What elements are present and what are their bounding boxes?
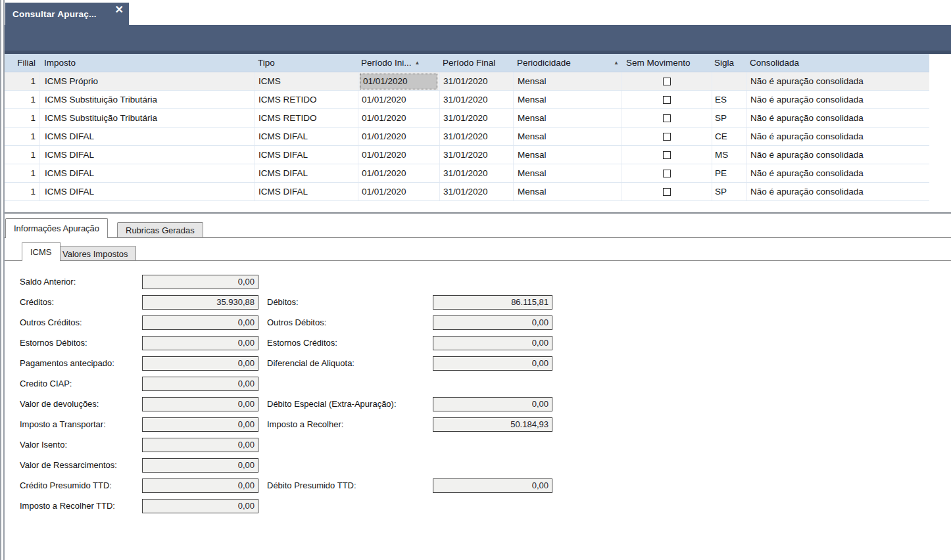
column-header-sigla[interactable]: Sigla (712, 54, 746, 72)
cell-periodicidade[interactable]: Mensal (513, 146, 622, 164)
cell-sem-movimento[interactable] (622, 91, 712, 108)
cell-consolidada[interactable]: Não é apuração consolidada (746, 91, 929, 108)
cell-periodo-ini[interactable]: 01/01/2020 (358, 146, 439, 164)
column-header-periodicidade[interactable]: Periodicidade ▲ (513, 54, 622, 72)
cell-periodo-ini[interactable]: 01/01/2020 (358, 91, 439, 108)
column-header-consolidada[interactable]: Consolidada (746, 54, 929, 72)
cell-sigla[interactable]: CE (712, 128, 746, 145)
column-header-imposto[interactable]: Imposto (39, 54, 254, 72)
cell-periodo-final[interactable]: 31/01/2020 (439, 128, 513, 145)
table-row[interactable]: 1 ICMS Substituição Tributária ICMS RETI… (5, 91, 929, 109)
cell-sigla[interactable]: SP (712, 183, 746, 200)
cell-imposto[interactable]: ICMS Substituição Tributária (39, 109, 254, 127)
selected-cell[interactable]: 01/01/2020 (360, 74, 437, 89)
cell-periodo-ini[interactable]: 01/01/2020 (358, 164, 439, 182)
results-grid: Filial Imposto Tipo Período Ini... ▲ Per… (5, 54, 929, 201)
cell-consolidada[interactable]: Não é apuração consolidada (746, 72, 929, 90)
table-row[interactable]: 1 ICMS DIFAL ICMS DIFAL 01/01/2020 31/01… (5, 183, 929, 201)
cell-sigla[interactable]: PE (712, 164, 746, 182)
cell-filial[interactable]: 1 (5, 72, 39, 90)
tab-informacoes-apuracao[interactable]: Informações Apuração (5, 218, 108, 238)
sem-movimento-checkbox[interactable] (663, 188, 671, 196)
sem-movimento-checkbox[interactable] (663, 114, 671, 122)
cell-imposto[interactable]: ICMS Próprio (39, 72, 254, 90)
cell-periodo-final[interactable]: 31/01/2020 (439, 164, 513, 182)
cell-periodo-final[interactable]: 31/01/2020 (439, 72, 513, 90)
cell-consolidada[interactable]: Não é apuração consolidada (746, 146, 929, 164)
cell-consolidada[interactable]: Não é apuração consolidada (746, 164, 929, 182)
cell-periodicidade[interactable]: Mensal (513, 72, 622, 90)
sem-movimento-checkbox[interactable] (663, 78, 671, 85)
cell-sigla[interactable]: ES (712, 91, 746, 108)
cell-consolidada[interactable]: Não é apuração consolidada (746, 183, 929, 200)
field-valor-ressarcimentos: 0,00 (142, 458, 258, 473)
cell-filial[interactable]: 1 (5, 146, 39, 164)
cell-periodicidade[interactable]: Mensal (513, 128, 622, 145)
cell-tipo[interactable]: ICMS DIFAL (254, 128, 358, 145)
cell-consolidada[interactable]: Não é apuração consolidada (746, 109, 929, 127)
tab-rubricas-geradas[interactable]: Rubricas Geradas (117, 222, 203, 238)
cell-tipo[interactable]: ICMS RETIDO (254, 91, 358, 108)
document-tab-consultar-apuracao[interactable]: Consultar Apuraç... ✕ (5, 3, 129, 25)
field-credito-presumido-ttd: 0,00 (142, 478, 258, 493)
cell-periodicidade[interactable]: Mensal (513, 164, 622, 182)
sem-movimento-checkbox[interactable] (663, 151, 671, 159)
cell-imposto[interactable]: ICMS DIFAL (39, 164, 254, 182)
sem-movimento-checkbox[interactable] (663, 96, 671, 104)
cell-sigla[interactable]: SP (712, 109, 746, 127)
cell-periodo-ini[interactable]: 01/01/2020 (358, 72, 439, 90)
cell-periodo-ini[interactable]: 01/01/2020 (358, 183, 439, 200)
column-header-periodo-final[interactable]: Período Final (439, 54, 513, 72)
cell-filial[interactable]: 1 (5, 128, 39, 145)
cell-periodo-final[interactable]: 31/01/2020 (439, 146, 513, 164)
cell-periodo-final[interactable]: 31/01/2020 (439, 109, 513, 127)
cell-sem-movimento[interactable] (622, 72, 712, 90)
cell-periodo-final[interactable]: 31/01/2020 (439, 91, 513, 108)
column-header-filial[interactable]: Filial (5, 54, 39, 72)
table-row[interactable]: 1 ICMS Próprio ICMS 01/01/2020 31/01/202… (5, 72, 929, 91)
tab-valores-impostos[interactable]: Valores Impostos (54, 246, 136, 261)
column-header-sem-movimento[interactable]: Sem Movimento (622, 54, 712, 72)
cell-imposto[interactable]: ICMS DIFAL (39, 183, 254, 200)
sem-movimento-checkbox[interactable] (663, 170, 671, 177)
cell-imposto[interactable]: ICMS Substituição Tributária (39, 91, 254, 108)
cell-sigla[interactable]: MS (712, 146, 746, 164)
tab-icms[interactable]: ICMS (22, 242, 61, 261)
cell-periodo-ini[interactable]: 01/01/2020 (358, 128, 439, 145)
cell-periodo-ini[interactable]: 01/01/2020 (358, 109, 439, 127)
cell-filial[interactable]: 1 (5, 109, 39, 127)
column-header-periodo-ini[interactable]: Período Ini... ▲ (358, 54, 439, 72)
cell-consolidada[interactable]: Não é apuração consolidada (746, 128, 929, 145)
table-row[interactable]: 1 ICMS Substituição Tributária ICMS RETI… (5, 109, 929, 128)
cell-filial[interactable]: 1 (5, 183, 39, 200)
cell-sigla[interactable] (712, 72, 746, 90)
table-row[interactable]: 1 ICMS DIFAL ICMS DIFAL 01/01/2020 31/01… (5, 146, 929, 164)
cell-periodicidade[interactable]: Mensal (513, 109, 622, 127)
field-debito-especial: 0,00 (433, 397, 552, 411)
cell-sem-movimento[interactable] (622, 164, 712, 182)
cell-periodicidade[interactable]: Mensal (513, 91, 622, 108)
table-row[interactable]: 1 ICMS DIFAL ICMS DIFAL 01/01/2020 31/01… (5, 128, 929, 146)
cell-sem-movimento[interactable] (622, 146, 712, 164)
field-label-outros-creditos: Outros Créditos: (20, 317, 142, 327)
sem-movimento-checkbox[interactable] (663, 133, 671, 141)
cell-periodicidade[interactable]: Mensal (513, 183, 622, 200)
cell-imposto[interactable]: ICMS DIFAL (39, 146, 254, 164)
cell-tipo[interactable]: ICMS RETIDO (254, 109, 358, 127)
cell-filial[interactable]: 1 (5, 164, 39, 182)
cell-tipo[interactable]: ICMS (254, 72, 358, 90)
cell-tipo[interactable]: ICMS DIFAL (254, 164, 358, 182)
cell-imposto[interactable]: ICMS DIFAL (39, 128, 254, 145)
cell-sem-movimento[interactable] (622, 128, 712, 145)
cell-sem-movimento[interactable] (622, 109, 712, 127)
cell-filial[interactable]: 1 (5, 91, 39, 108)
cell-sem-movimento[interactable] (622, 183, 712, 200)
cell-tipo[interactable]: ICMS DIFAL (254, 146, 358, 164)
cell-periodo-final[interactable]: 31/01/2020 (439, 183, 513, 200)
form-row: Créditos: 35.930,88 Débitos: 86.115,81 (5, 292, 597, 312)
table-row[interactable]: 1 ICMS DIFAL ICMS DIFAL 01/01/2020 31/01… (5, 164, 929, 183)
field-valor-isento: 0,00 (142, 438, 258, 452)
cell-tipo[interactable]: ICMS DIFAL (254, 183, 358, 200)
column-header-tipo[interactable]: Tipo (254, 54, 358, 72)
close-icon[interactable]: ✕ (115, 3, 124, 16)
